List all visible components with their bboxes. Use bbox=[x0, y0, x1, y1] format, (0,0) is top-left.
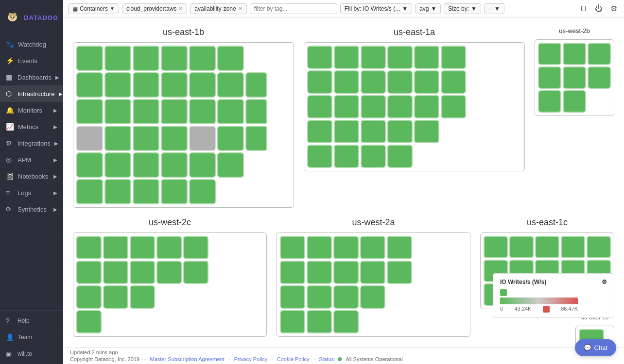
apm-icon: ◎ bbox=[6, 156, 14, 164]
status-text: All Systems Operational bbox=[346, 356, 402, 362]
sidebar-item-help[interactable]: ? Help bbox=[0, 313, 63, 329]
footer-sep-1: - bbox=[228, 356, 230, 362]
region-title-us-west-2c: us-west-2c bbox=[73, 217, 267, 228]
region-us-west-2a: us-west-2a bbox=[277, 217, 470, 347]
footer-sep-3: - bbox=[313, 356, 315, 362]
link-subscription[interactable]: Master Subscription Agreement bbox=[150, 356, 225, 362]
region-title-us-east-1a: us-east-1a bbox=[304, 27, 525, 37]
metrics-icon: 📈 bbox=[6, 123, 14, 131]
fill-by-dropdown[interactable]: Fill by: IO Writes/s (... ▼ bbox=[340, 3, 412, 14]
sidebar-item-team[interactable]: 👤 Team bbox=[0, 329, 63, 346]
sidebar-item-user-label: will.to bbox=[17, 350, 32, 357]
fill-agg-label: avg bbox=[419, 5, 429, 12]
fill-agg-dropdown[interactable]: avg ▼ bbox=[415, 3, 441, 14]
filter-az-remove[interactable]: ✕ bbox=[238, 5, 243, 12]
team-icon: 👤 bbox=[6, 333, 14, 341]
size-value-arrow: ▼ bbox=[494, 5, 500, 12]
monitor-icon-btn[interactable]: 🖥 bbox=[577, 3, 589, 14]
fill-agg-arrow: ▼ bbox=[431, 5, 436, 12]
treemap-us-west-2b[interactable] bbox=[535, 39, 614, 116]
sidebar-item-events[interactable]: ⚡ Events bbox=[0, 52, 63, 69]
filter-aws-remove[interactable]: ✕ bbox=[178, 5, 183, 12]
sidebar-item-integrations[interactable]: ⚙ Integrations ▶ bbox=[0, 135, 63, 151]
legend-bar: 0 43.24K 86.47K bbox=[500, 289, 607, 313]
sidebar-item-events-label: Events bbox=[18, 57, 37, 65]
legend-swatch-green bbox=[500, 289, 507, 296]
legend-swatch-orange bbox=[543, 306, 550, 313]
sidebar-item-logs[interactable]: ≡ Logs ▶ bbox=[0, 184, 63, 201]
sidebar-item-apm[interactable]: ◎ APM ▶ bbox=[0, 151, 63, 168]
infrastructure-arrow: ▶ bbox=[59, 91, 63, 97]
sidebar-item-metrics-label: Metrics bbox=[18, 123, 38, 131]
sidebar-item-apm-label: APM bbox=[17, 156, 31, 164]
filter-input[interactable] bbox=[250, 3, 337, 14]
sidebar-item-user[interactable]: ◉ will.to bbox=[0, 346, 63, 362]
logs-arrow: ▶ bbox=[53, 190, 57, 196]
sidebar-item-metrics[interactable]: 📈 Metrics ▶ bbox=[0, 118, 63, 135]
monitors-arrow: ▶ bbox=[53, 108, 57, 113]
legend-mid: 43.24K bbox=[515, 306, 532, 313]
legend-max: 86.47K bbox=[561, 306, 578, 313]
svg-point-7 bbox=[11, 17, 12, 17]
filter-aws-text: cloud_provider:aws bbox=[126, 5, 176, 12]
sidebar-item-monitors-label: Monitors bbox=[18, 107, 42, 114]
link-status[interactable]: Status bbox=[319, 356, 334, 362]
sidebar-item-notebooks[interactable]: 📓 Notebooks ▶ bbox=[0, 168, 63, 184]
legend-labels: 0 43.24K 86.47K bbox=[500, 306, 578, 313]
size-value-dropdown[interactable]: -- ▼ bbox=[484, 3, 504, 14]
view-dropdown-arrow: ▼ bbox=[110, 6, 115, 11]
events-icon: ⚡ bbox=[6, 57, 14, 65]
view-label: Containers bbox=[80, 5, 108, 12]
sidebar-item-synthetics-label: Synthetics bbox=[17, 206, 47, 213]
dashboards-arrow: ▶ bbox=[55, 75, 59, 80]
datadog-logo bbox=[5, 6, 20, 30]
sidebar-item-team-label: Team bbox=[18, 334, 32, 341]
region-title-us-east-1c: us-east-1c bbox=[480, 217, 614, 228]
size-value-label: -- bbox=[488, 5, 492, 12]
logo-text: DATADOG bbox=[24, 15, 58, 21]
filter-aws[interactable]: cloud_provider:aws ✕ bbox=[122, 3, 187, 14]
legend-settings-icon[interactable]: ⚙ bbox=[602, 279, 607, 285]
sidebar-item-infrastructure-label: Infrastructure bbox=[17, 90, 55, 98]
region-us-east-1b: us-east-1b bbox=[73, 27, 294, 208]
view-selector[interactable]: ▦ Containers ▼ bbox=[68, 3, 119, 14]
toolbar-right: 🖥 ⏻ ⚙ bbox=[577, 3, 619, 14]
sidebar-item-synthetics[interactable]: ⟳ Synthetics ▶ bbox=[0, 201, 63, 217]
chat-button[interactable]: 💬 Chat bbox=[575, 339, 616, 356]
sidebar-item-watchdog[interactable]: 🐾 Watchdog bbox=[0, 36, 63, 52]
region-title-us-west-2a: us-west-2a bbox=[277, 217, 470, 228]
watchdog-icon: 🐾 bbox=[6, 40, 14, 48]
user-icon: ◉ bbox=[6, 350, 14, 358]
footer-sep-2: - bbox=[271, 356, 273, 362]
size-by-dropdown[interactable]: Size by: ▼ bbox=[444, 3, 481, 14]
settings-icon-btn[interactable]: ⚙ bbox=[608, 3, 619, 14]
sidebar-item-dashboards[interactable]: ▦ Dashboards ▶ bbox=[0, 69, 63, 85]
synthetics-arrow: ▶ bbox=[53, 207, 57, 212]
filter-az[interactable]: availability-zone ✕ bbox=[190, 3, 246, 14]
sidebar-item-monitors[interactable]: 🔔 Monitors ▶ bbox=[0, 102, 63, 118]
footer-links: Copyright Datadog, Inc. 2019 - - Master … bbox=[70, 356, 617, 362]
size-by-label: Size by: bbox=[448, 5, 469, 12]
svg-point-4 bbox=[10, 17, 12, 18]
sidebar-item-infrastructure[interactable]: ⬡ Infrastructure ▶ bbox=[0, 85, 63, 102]
link-privacy[interactable]: Privacy Policy bbox=[234, 356, 267, 362]
legend-title: IO Writes/s (W/s) ⚙ bbox=[500, 279, 607, 285]
sidebar-item-integrations-label: Integrations bbox=[17, 140, 51, 147]
fill-by-label: Fill by: IO Writes/s (... bbox=[345, 5, 400, 12]
treemap-area: us-east-1b bbox=[63, 17, 624, 347]
infrastructure-icon: ⬡ bbox=[6, 90, 14, 98]
treemap-us-east-1b[interactable] bbox=[73, 42, 294, 208]
link-cookie[interactable]: Cookie Policy bbox=[277, 356, 310, 362]
treemap-us-west-2c[interactable] bbox=[73, 232, 267, 337]
treemap-us-west-2a[interactable] bbox=[277, 232, 470, 337]
legend-gradient bbox=[500, 298, 578, 304]
treemap-us-east-1a[interactable] bbox=[304, 42, 525, 171]
sidebar-bottom: ? Help 👤 Team ◉ will.to bbox=[0, 310, 63, 364]
legend-min: 0 bbox=[500, 306, 503, 313]
region-us-west-2b: us-west-2b bbox=[535, 27, 614, 208]
nav-items: 🐾 Watchdog ⚡ Events ▦ Dashboards ▶ ⬡ Inf… bbox=[0, 36, 63, 310]
power-icon-btn[interactable]: ⏻ bbox=[593, 3, 605, 14]
integrations-arrow: ▶ bbox=[54, 141, 58, 146]
sidebar-item-notebooks-label: Notebooks bbox=[18, 173, 48, 180]
sidebar-item-logs-label: Logs bbox=[17, 189, 31, 197]
